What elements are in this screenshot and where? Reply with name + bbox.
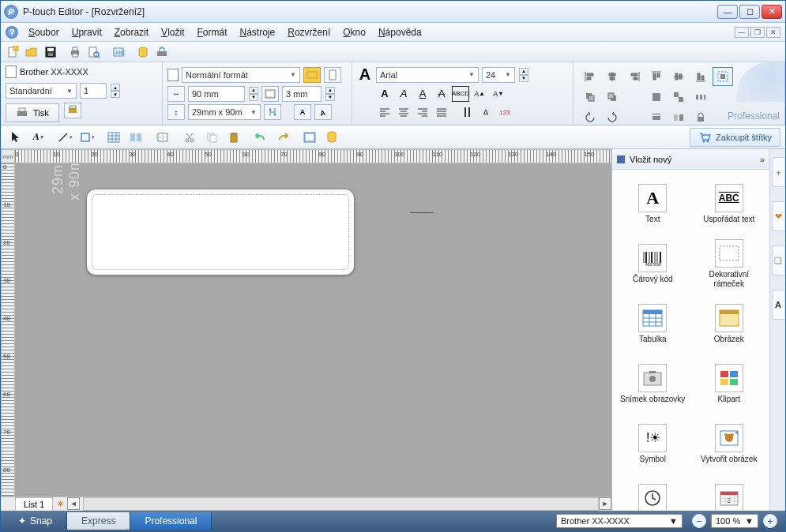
mode-snap-button[interactable]: ✦ Snap — [4, 512, 67, 530]
distribute-select[interactable] — [713, 67, 733, 86]
side-tab-add[interactable]: ＋ — [772, 157, 784, 187]
insert-item-7[interactable]: Klipart — [692, 354, 767, 413]
text-frame-button[interactable]: ABC — [110, 43, 127, 61]
insert-item-2[interactable]: 4567898Čárový kód — [615, 234, 690, 293]
menu-napoveda[interactable]: Nápověda — [373, 24, 427, 40]
arrange-tool[interactable] — [126, 128, 146, 147]
scroll-right-button[interactable]: ► — [599, 497, 611, 510]
menu-format[interactable]: Formát — [191, 24, 232, 40]
status-printer-combo[interactable]: Brother XX-XXXX▼ — [556, 514, 683, 528]
width-up[interactable]: ▲ — [249, 87, 258, 94]
vertical-text-button[interactable] — [458, 104, 476, 120]
new-button[interactable] — [4, 43, 21, 61]
underline-button[interactable]: A — [414, 86, 431, 102]
align-left-button[interactable] — [376, 104, 393, 120]
insert-item-3[interactable]: Dekorativní rámeček — [692, 234, 767, 293]
copies-input[interactable]: 1 — [80, 83, 107, 99]
print-button[interactable] — [66, 43, 84, 61]
label-rotate-button[interactable]: A — [314, 104, 332, 120]
send-back[interactable] — [602, 88, 622, 107]
zoom-combo[interactable]: 100 %▼ — [711, 514, 758, 528]
database-tool[interactable] — [322, 128, 342, 147]
mdi-restore-button[interactable]: ❐ — [750, 27, 765, 38]
width-down[interactable]: ▼ — [249, 94, 258, 101]
orientation-portrait-button[interactable] — [324, 67, 341, 83]
canvas[interactable]: 29mm x 90mm — [15, 163, 611, 496]
paste-button[interactable] — [224, 128, 244, 147]
mode-professional-button[interactable]: Professional — [130, 512, 212, 530]
ruler-horizontal[interactable]: 0102030405060708090100110120130140150160… — [15, 149, 611, 163]
bring-front[interactable] — [580, 88, 600, 107]
rotate-left[interactable] — [580, 108, 600, 127]
sheet-tab-1[interactable]: List 1 — [15, 497, 53, 511]
margin-down[interactable]: ▼ — [325, 94, 335, 101]
side-tab-layers[interactable]: ❏ — [772, 245, 784, 275]
side-tab-favorites[interactable]: ❤ — [772, 201, 784, 231]
open-button[interactable] — [23, 43, 40, 61]
database-button[interactable] — [134, 43, 152, 61]
numbered-list-button[interactable]: 123 — [496, 104, 513, 120]
insert-item-11[interactable]: 3Kalendář — [692, 474, 767, 511]
undo-button[interactable] — [250, 128, 271, 147]
italic-button[interactable]: A — [395, 86, 412, 102]
font-family-combo[interactable]: Arial▼ — [376, 67, 479, 83]
grow-font-button[interactable]: A▲ — [471, 86, 488, 102]
flip-v[interactable] — [668, 108, 689, 127]
maximize-button[interactable]: ◻ — [739, 5, 760, 19]
menu-okno[interactable]: Okno — [337, 24, 371, 40]
insert-item-1[interactable]: ABCUspořádat text — [692, 174, 767, 233]
layout-view-button[interactable] — [299, 128, 320, 147]
label-shape[interactable] — [86, 189, 355, 275]
menu-soubor[interactable]: Soubor — [23, 24, 65, 40]
redo-button[interactable] — [273, 128, 293, 147]
strike-button[interactable]: A — [433, 86, 450, 102]
text-direction-button[interactable]: ∆ — [477, 104, 495, 120]
label-a-button[interactable]: A — [294, 104, 311, 120]
menu-vlozit[interactable]: Vložit — [156, 24, 190, 40]
add-sheet-button[interactable]: ✶ — [53, 497, 67, 511]
align-v-middle[interactable] — [668, 67, 689, 86]
side-panel-collapse[interactable]: » — [760, 155, 765, 164]
align-v-bottom[interactable] — [690, 67, 711, 86]
h-scrollbar[interactable] — [83, 497, 599, 511]
insert-item-10[interactable]: Datum a čas — [615, 474, 690, 511]
print-button-large[interactable]: Tisk — [6, 103, 59, 122]
margin-up[interactable]: ▲ — [325, 87, 335, 94]
close-button[interactable]: ✕ — [762, 5, 782, 19]
flip-h[interactable] — [646, 108, 667, 127]
align-h-left[interactable] — [580, 67, 600, 86]
menu-nastroje[interactable]: Nástroje — [235, 24, 281, 40]
help-icon[interactable]: ? — [6, 26, 18, 39]
buy-labels-button[interactable]: Zakoupit štítky — [690, 128, 780, 147]
group-solid[interactable] — [646, 88, 667, 107]
print-options-button[interactable] — [64, 103, 81, 118]
pointer-tool[interactable] — [6, 128, 26, 147]
margin-combo[interactable]: 3 mm — [282, 86, 322, 102]
shape-tool[interactable] — [77, 128, 97, 147]
align-center-button[interactable] — [395, 104, 412, 120]
insert-item-9[interactable]: Vytvořit obrázek — [692, 414, 767, 473]
font-size-combo[interactable]: 24▼ — [482, 67, 515, 83]
lock-button[interactable] — [690, 108, 711, 127]
align-right-button[interactable] — [414, 104, 431, 120]
insert-item-8[interactable]: !☀Symbol — [615, 414, 690, 473]
zoom-in-button[interactable]: + — [763, 514, 777, 528]
mdi-close-button[interactable]: ✕ — [766, 27, 780, 38]
bold-button[interactable]: A — [376, 86, 393, 102]
save-button[interactable] — [42, 43, 59, 61]
minimize-button[interactable]: — — [717, 5, 738, 19]
guides-tool[interactable] — [152, 128, 173, 147]
align-justify-button[interactable] — [433, 104, 450, 120]
line-tool[interactable] — [55, 128, 75, 147]
space-h[interactable] — [690, 88, 711, 107]
menu-rozvrzeni[interactable]: Rozvržení — [282, 24, 336, 40]
insert-item-4[interactable]: Tabulka — [615, 294, 690, 353]
copies-down[interactable]: ▼ — [111, 91, 120, 98]
zoom-out-button[interactable]: − — [692, 514, 706, 528]
scroll-left-button[interactable]: ◄ — [67, 497, 80, 510]
format-combo[interactable]: Normální formát▼ — [182, 67, 300, 83]
insert-item-5[interactable]: Obrázek — [692, 294, 767, 353]
rotate-right[interactable] — [602, 108, 622, 127]
insert-item-0[interactable]: AText — [615, 174, 690, 233]
align-h-right[interactable] — [624, 67, 645, 86]
